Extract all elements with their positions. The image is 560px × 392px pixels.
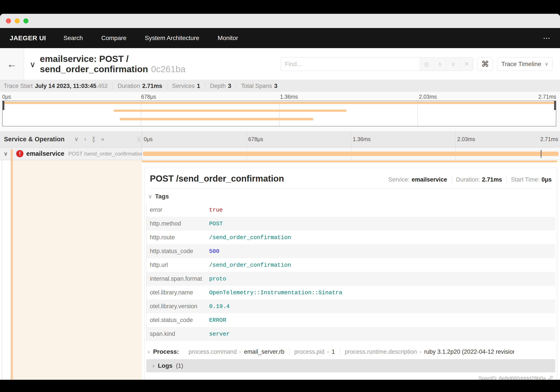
chevron-down-icon: ∨ xyxy=(148,194,152,200)
meta-start-time: Start Time: 0μs xyxy=(506,176,552,183)
tick-label: 0μs xyxy=(2,94,11,100)
span-row-emailservice[interactable]: ∨ ! emailservice POST /send_order_confir… xyxy=(0,147,560,160)
span-detail-header: POST /send_order_confirmation Service: e… xyxy=(145,168,557,183)
back-button[interactable]: ← xyxy=(0,48,24,80)
locate-span-icon[interactable]: ◎ xyxy=(420,58,433,71)
logs-count: (1) xyxy=(176,362,183,369)
logs-section-title: Logs xyxy=(158,362,173,369)
copy-link-icon[interactable] xyxy=(548,376,553,380)
tick-label: 1.36ms xyxy=(280,94,298,100)
trace-depth: Depth 3 xyxy=(205,83,236,90)
timeline-columns-header: Service & Operation ∨ › ∨ ∨ » xyxy=(0,131,560,147)
tree-guide-line xyxy=(2,160,2,380)
expand-all-icon[interactable]: » xyxy=(101,136,104,142)
operation-name: POST /send_order_confirmation xyxy=(68,151,143,157)
chevron-right-icon: › xyxy=(148,349,150,355)
ruler-label: 678μs xyxy=(248,136,263,142)
logs-section-toggle[interactable]: › Logs (1) xyxy=(146,359,555,372)
process-section-toggle[interactable]: › Process: process.command = email_serve… xyxy=(148,348,557,355)
meta-service: Service: emailservice xyxy=(384,176,451,183)
minimap-left-scrub-handle[interactable] xyxy=(3,101,4,110)
tag-row: internal.span.format proto xyxy=(147,272,555,286)
view-selector-dropdown[interactable]: Trace Timeline ∨ xyxy=(497,57,553,71)
jaeger-logo[interactable]: JAEGER UI xyxy=(10,34,46,42)
tick-label: 678μs xyxy=(141,94,156,100)
nav-item-search[interactable]: Search xyxy=(63,35,83,41)
minimap-right-scrub-handle[interactable] xyxy=(554,101,556,110)
span-log-marker[interactable] xyxy=(541,150,541,158)
tag-row: http.url /send_order_confirmation xyxy=(147,258,555,272)
minimap-gridline xyxy=(418,101,418,126)
timeline-main: Service & Operation ∨ › ∨ ∨ » xyxy=(0,131,560,380)
nav-item-compare[interactable]: Compare xyxy=(101,35,126,41)
span-row-name-column[interactable]: ∨ ! emailservice POST /send_order_confir… xyxy=(0,147,142,160)
meta-duration: Duration: 2.71ms xyxy=(451,176,506,183)
span-row-timeline[interactable] xyxy=(142,147,560,160)
span-detail-card: POST /send_order_confirmation Service: e… xyxy=(144,168,557,380)
span-id-label: SpanID: xyxy=(478,375,497,380)
minimap-span-bar xyxy=(120,118,313,120)
header-controls: ◎ ∧ ∨ ✕ ⌘ Trace Timeline ∨ xyxy=(281,57,553,71)
minimap-span-bar xyxy=(114,110,346,112)
trace-page-header: ← ∨ emailservice: POST / send_order_conf… xyxy=(0,48,560,80)
find-group: ◎ ∧ ∨ ✕ xyxy=(281,57,473,71)
process-pid: process.pid = 1 xyxy=(289,349,340,355)
trace-id: 0c261ba xyxy=(151,64,186,74)
tree-controls: ∨ › ∨ ∨ » xyxy=(74,136,104,142)
zoom-window-button[interactable] xyxy=(23,18,29,23)
find-input[interactable] xyxy=(281,58,420,71)
ruler-label: 2.03ms xyxy=(457,136,475,142)
trace-summary-bar: Trace Start July 14 2023, 11:03:45.452 D… xyxy=(0,80,560,92)
span-duration-bar[interactable] xyxy=(143,151,559,156)
span-color-accent-bar xyxy=(142,161,557,162)
minimap-gridline xyxy=(279,101,280,126)
find-next-icon[interactable]: ∨ xyxy=(447,58,460,71)
trace-start-value: July 14 2023, 11:03:45.452 xyxy=(35,83,108,90)
nav-item-monitor[interactable]: Monitor xyxy=(218,35,238,41)
minimize-window-button[interactable] xyxy=(15,18,20,23)
find-clear-icon[interactable]: ✕ xyxy=(460,58,473,71)
collapse-all-icon[interactable]: ∨ ∨ xyxy=(92,136,95,142)
service-name: emailservice xyxy=(26,150,64,157)
span-id-row: SpanID: 6e8d660dddd28b0a xyxy=(145,375,553,380)
span-detail-title: POST /send_order_confirmation xyxy=(150,174,284,183)
column-resize-handle[interactable] xyxy=(138,137,140,142)
ruler-gridline xyxy=(351,131,351,147)
minimap-tick-labels: 0μs 678μs 1.36ms 2.03ms 2.71ms xyxy=(0,92,560,101)
minimap-span-bar xyxy=(4,102,555,104)
ruler-label: 0μs xyxy=(144,136,153,142)
find-prev-icon[interactable]: ∧ xyxy=(433,58,447,71)
selected-row-highlight xyxy=(13,160,142,380)
collapse-header-chevron-icon[interactable]: ∨ xyxy=(30,60,35,74)
expand-one-icon[interactable]: › xyxy=(84,136,86,142)
tag-row: http.status_code 500 xyxy=(147,244,555,258)
nav-items: Search Compare System Architecture Monit… xyxy=(63,35,238,41)
tag-row: otel.library.version 0.19.4 xyxy=(147,300,555,313)
trace-title-line2: send_order_confirmation xyxy=(40,64,148,74)
row-collapse-chevron-icon[interactable]: ∨ xyxy=(4,151,8,157)
tag-row: http.method POST xyxy=(147,217,555,231)
nav-item-system-architecture[interactable]: System Architecture xyxy=(145,35,199,41)
chevron-right-icon: › xyxy=(152,362,154,369)
process-command: process.command = email_server.rb xyxy=(184,349,289,355)
process-runtime-description: process.runtime.description = ruby 3.1.2… xyxy=(340,349,519,355)
trace-start: Trace Start July 14 2023, 11:03:45.452 xyxy=(4,83,113,90)
minimap-canvas[interactable] xyxy=(2,101,556,126)
ruler-gridline xyxy=(247,131,247,147)
tags-section-toggle[interactable]: ∨ Tags xyxy=(148,193,557,200)
tags-table: error true http.method POST http.route /… xyxy=(146,203,555,341)
keyboard-shortcuts-button[interactable]: ⌘ xyxy=(477,57,493,71)
ruler-label: 1.36ms xyxy=(353,136,371,142)
trace-total-spans: Total Spans 3 xyxy=(236,83,282,90)
ruler-gridline xyxy=(455,131,456,147)
tag-row: span.kind server xyxy=(147,327,555,341)
tick-label: 2.71ms xyxy=(538,94,556,100)
error-icon: ! xyxy=(16,150,23,157)
close-window-button[interactable] xyxy=(6,18,11,23)
trace-title: emailservice: POST / send_order_confirma… xyxy=(40,54,186,74)
span-id-value: 6e8d660dddd28b0a xyxy=(499,375,546,380)
tag-row: error true xyxy=(147,203,555,217)
collapse-one-icon[interactable]: ∨ xyxy=(74,136,79,142)
app-window: JAEGER UI Search Compare System Architec… xyxy=(0,14,560,380)
trace-minimap: 0μs 678μs 1.36ms 2.03ms 2.71ms xyxy=(0,92,560,131)
